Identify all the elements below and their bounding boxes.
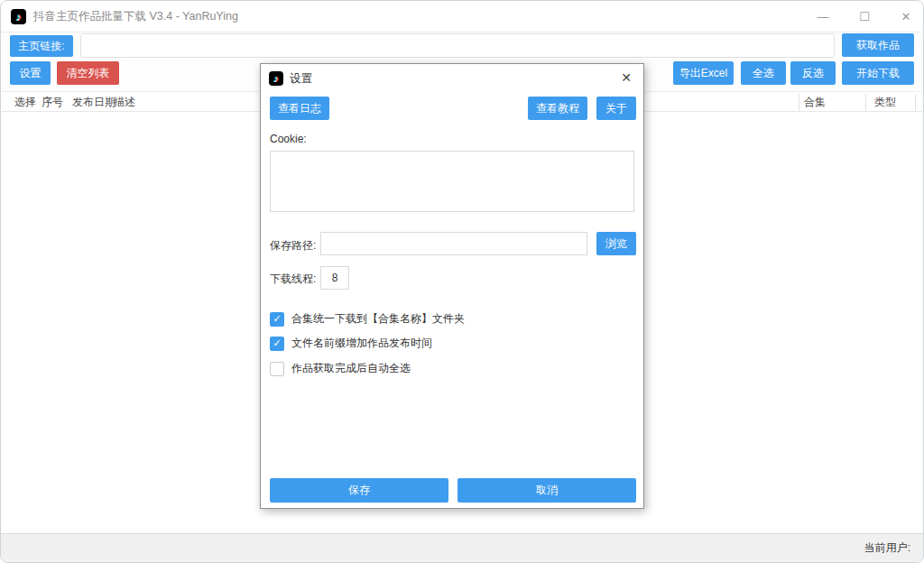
- column-header-select: 选择: [14, 92, 36, 112]
- column-header-publish-date: 发布日期: [72, 92, 116, 112]
- view-log-button[interactable]: 查看日志: [270, 97, 329, 120]
- minimize-icon[interactable]: —: [813, 7, 833, 27]
- title-bar: ♪ 抖音主页作品批量下载 V3.4 - YanRuYing — ☐ ✕: [1, 1, 923, 32]
- cookie-textarea[interactable]: [270, 151, 634, 212]
- start-download-button[interactable]: 开始下载: [842, 61, 914, 85]
- column-separator: [799, 94, 799, 111]
- home-link-button[interactable]: 主页链接:: [10, 35, 73, 57]
- checkbox-row-auto-select: ✓ 作品获取完成后自动全选: [270, 361, 411, 376]
- column-header-type: 类型: [874, 92, 896, 112]
- export-excel-button[interactable]: 导出Excel: [673, 61, 734, 85]
- clear-list-button[interactable]: 清空列表: [57, 61, 119, 85]
- threads-input[interactable]: [320, 266, 349, 290]
- save-path-label: 保存路径:: [270, 238, 316, 254]
- dialog-app-logo-icon: ♪: [269, 71, 283, 86]
- about-button[interactable]: 关于: [596, 97, 636, 120]
- settings-button[interactable]: 设置: [10, 61, 51, 85]
- get-works-button[interactable]: 获取作品: [842, 33, 914, 57]
- app-window: ♪ 抖音主页作品批量下载 V3.4 - YanRuYing — ☐ ✕ 主页链接…: [0, 0, 924, 563]
- column-header-collection: 合集: [804, 92, 826, 112]
- view-tutorial-button[interactable]: 查看教程: [528, 97, 587, 120]
- collection-folder-checkbox[interactable]: ✓: [270, 312, 284, 327]
- settings-dialog: ♪ 设置 ✕ 查看日志 查看教程 关于 Cookie: 保存路径: 浏览 下载线…: [260, 63, 644, 509]
- app-logo-icon: ♪: [11, 9, 26, 24]
- browse-button[interactable]: 浏览: [596, 232, 636, 255]
- cancel-button[interactable]: 取消: [457, 478, 636, 503]
- status-bar: 当前用户:: [1, 533, 923, 562]
- invert-select-button[interactable]: 反选: [790, 61, 836, 85]
- maximize-icon[interactable]: ☐: [855, 7, 874, 27]
- window-controls: — ☐ ✕: [813, 1, 916, 32]
- column-header-description: 描述: [114, 92, 135, 112]
- checkbox-label: 文件名前缀增加作品发布时间: [291, 336, 432, 351]
- check-icon: ✓: [273, 338, 281, 348]
- column-header-index: 序号: [42, 92, 63, 112]
- checkbox-row-collection-folder: ✓ 合集统一下载到【合集名称】文件夹: [270, 311, 465, 327]
- column-separator: [865, 94, 866, 111]
- column-separator: [915, 94, 916, 111]
- checkbox-row-filename-prefix: ✓ 文件名前缀增加作品发布时间: [270, 336, 432, 351]
- checkbox-label: 合集统一下载到【合集名称】文件夹: [291, 311, 465, 327]
- close-icon[interactable]: ✕: [896, 7, 916, 27]
- auto-select-checkbox[interactable]: ✓: [270, 362, 284, 376]
- select-all-button[interactable]: 全选: [741, 61, 786, 85]
- current-user-label: 当前用户:: [864, 534, 910, 562]
- checkbox-label: 作品获取完成后自动全选: [291, 361, 411, 376]
- save-path-input[interactable]: [320, 232, 587, 255]
- save-button[interactable]: 保存: [270, 478, 448, 503]
- cookie-label: Cookie:: [270, 133, 307, 145]
- threads-label: 下载线程:: [270, 272, 316, 287]
- check-icon: ✓: [273, 314, 281, 324]
- dialog-close-icon[interactable]: ✕: [617, 69, 635, 87]
- dialog-title: 设置: [290, 71, 312, 86]
- home-url-input[interactable]: [80, 33, 835, 58]
- window-title: 抖音主页作品批量下载 V3.4 - YanRuYing: [33, 1, 238, 32]
- filename-prefix-checkbox[interactable]: ✓: [270, 337, 284, 351]
